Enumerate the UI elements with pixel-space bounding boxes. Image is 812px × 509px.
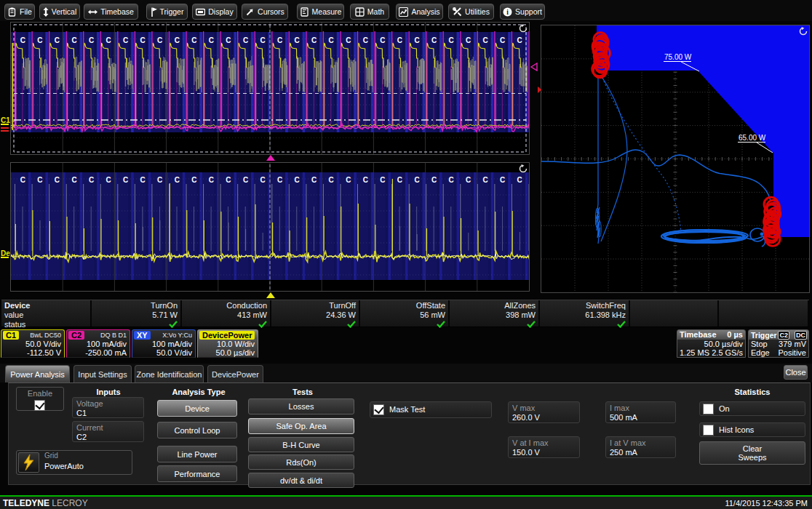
svg-text:C: C xyxy=(71,176,76,184)
svg-text:C: C xyxy=(311,36,317,44)
svg-text:C: C xyxy=(123,176,128,184)
svg-text:C: C xyxy=(89,36,94,44)
svg-text:C: C xyxy=(500,36,505,44)
svg-text:C: C xyxy=(37,36,42,44)
svg-text:C: C xyxy=(466,176,471,184)
svg-text:C: C xyxy=(209,36,214,44)
svg-text:C: C xyxy=(329,176,334,184)
svg-text:C: C xyxy=(243,36,248,44)
svg-text:C: C xyxy=(71,36,76,44)
svg-text:i: i xyxy=(506,9,509,16)
svg-text:C: C xyxy=(20,36,25,44)
svg-text:C: C xyxy=(175,176,180,184)
svg-text:C: C xyxy=(260,36,265,44)
svg-text:C: C xyxy=(55,176,60,184)
svg-text:C: C xyxy=(191,176,196,184)
svg-text:C: C xyxy=(431,176,437,184)
svg-text:C: C xyxy=(106,36,111,44)
svg-text:C: C xyxy=(37,176,42,184)
svg-text:C: C xyxy=(311,176,317,184)
svg-text:C: C xyxy=(140,36,146,44)
svg-text:65.00 W: 65.00 W xyxy=(739,134,766,142)
svg-text:C: C xyxy=(277,36,282,44)
svg-text:C: C xyxy=(483,36,488,44)
svg-text:C: C xyxy=(226,36,231,44)
svg-text:C: C xyxy=(226,176,231,184)
svg-text:C: C xyxy=(209,176,214,184)
svg-text:C: C xyxy=(295,36,300,44)
svg-text:C: C xyxy=(295,176,300,184)
svg-text:C: C xyxy=(346,176,351,184)
svg-text:C: C xyxy=(500,176,505,184)
svg-text:C: C xyxy=(243,176,248,184)
svg-text:C: C xyxy=(483,176,488,184)
svg-text:C: C xyxy=(397,36,402,44)
svg-text:C: C xyxy=(89,176,94,184)
svg-text:C: C xyxy=(466,36,471,44)
svg-text:C: C xyxy=(157,36,162,44)
svg-text:C: C xyxy=(20,176,25,184)
svg-text:C: C xyxy=(517,36,522,44)
svg-text:C: C xyxy=(431,36,437,44)
svg-text:C: C xyxy=(449,36,454,44)
svg-text:C: C xyxy=(414,176,419,184)
svg-text:C: C xyxy=(106,176,111,184)
svg-text:C: C xyxy=(277,176,282,184)
svg-text:C: C xyxy=(346,36,351,44)
svg-text:C: C xyxy=(363,176,368,184)
svg-text:C: C xyxy=(363,36,368,44)
svg-text:C: C xyxy=(380,36,385,44)
svg-text:C: C xyxy=(397,176,402,184)
svg-text:C: C xyxy=(449,176,454,184)
svg-text:C: C xyxy=(260,176,265,184)
svg-text:C: C xyxy=(157,176,162,184)
svg-text:C: C xyxy=(123,36,128,44)
svg-text:C: C xyxy=(175,36,180,44)
svg-text:C: C xyxy=(55,36,60,44)
svg-text:C: C xyxy=(191,36,196,44)
svg-text:C: C xyxy=(329,36,334,44)
svg-text:75.00 W: 75.00 W xyxy=(664,53,692,61)
svg-text:C: C xyxy=(414,36,419,44)
svg-text:C: C xyxy=(517,176,522,184)
svg-text:C: C xyxy=(140,176,146,184)
svg-text:C: C xyxy=(380,176,385,184)
